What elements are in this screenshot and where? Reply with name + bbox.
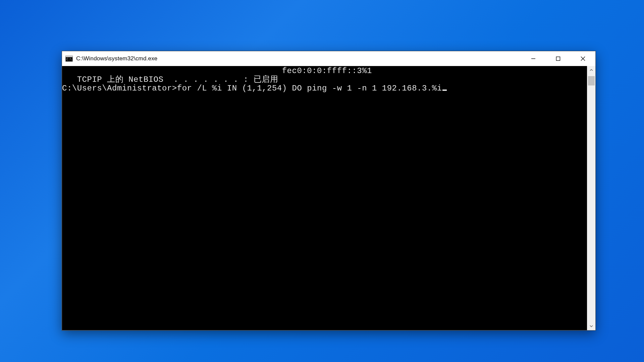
cmd-window: C:\ C:\Windows\system32\cmd.exe xyxy=(62,51,596,330)
vertical-scrollbar[interactable] xyxy=(587,66,595,330)
output-text: TCPIP 上的 NetBIOS . . . . . . . : 已启用 xyxy=(77,75,278,84)
scroll-track[interactable] xyxy=(587,74,595,322)
maximize-button[interactable] xyxy=(546,51,571,66)
cursor xyxy=(442,89,447,91)
cmd-icon: C:\ xyxy=(65,55,73,62)
svg-rect-1 xyxy=(66,56,73,57)
svg-text:C:\: C:\ xyxy=(66,58,72,61)
close-button[interactable] xyxy=(571,51,595,66)
prompt: C:\Users\Administrator> xyxy=(62,84,177,93)
output-indent xyxy=(62,66,282,75)
minimize-button[interactable] xyxy=(521,51,546,66)
command-input[interactable]: for /L %i IN (1,1,254) DO ping -w 1 -n 1… xyxy=(177,84,442,93)
terminal-output[interactable]: fec0:0:0:ffff::3%1 TCPIP 上的 NetBIOS . . … xyxy=(62,66,587,330)
scroll-up-button[interactable] xyxy=(587,66,595,74)
window-controls xyxy=(521,51,595,66)
svg-rect-4 xyxy=(556,57,560,61)
output-text: fec0:0:0:ffff::3%1 xyxy=(282,66,372,75)
titlebar[interactable]: C:\ C:\Windows\system32\cmd.exe xyxy=(62,51,595,66)
scroll-thumb[interactable] xyxy=(588,76,595,85)
window-title: C:\Windows\system32\cmd.exe xyxy=(76,55,158,62)
output-indent xyxy=(62,75,77,84)
scroll-down-button[interactable] xyxy=(587,322,595,330)
client-area: fec0:0:0:ffff::3%1 TCPIP 上的 NetBIOS . . … xyxy=(62,66,595,330)
